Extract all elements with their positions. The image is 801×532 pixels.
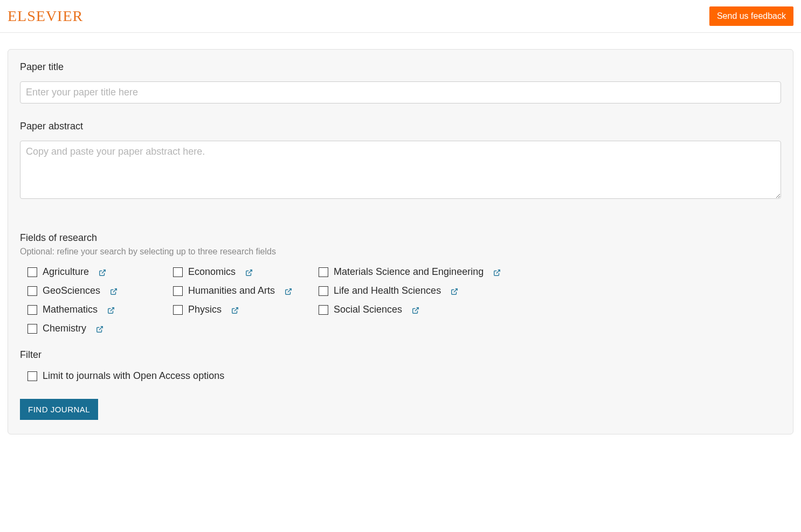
svg-line-8 xyxy=(415,307,418,310)
external-link-icon[interactable] xyxy=(110,288,118,295)
checkbox-life-health-sciences[interactable] xyxy=(319,286,328,296)
svg-line-5 xyxy=(454,288,457,292)
checkbox-social-sciences[interactable] xyxy=(319,305,328,315)
field-life-health-sciences: Life and Health Sciences xyxy=(319,285,781,296)
paper-title-input[interactable] xyxy=(20,81,781,103)
field-label-mathematics[interactable]: Mathematics xyxy=(43,304,98,315)
filter-open-access-label[interactable]: Limit to journals with Open Access optio… xyxy=(43,370,224,382)
external-link-icon[interactable] xyxy=(245,269,253,277)
elsevier-logo: ELSEVIER xyxy=(8,8,83,25)
svg-line-9 xyxy=(99,326,102,329)
checkbox-materials-science[interactable] xyxy=(319,267,328,277)
checkbox-humanities-arts[interactable] xyxy=(173,286,183,296)
field-label-life-health-sciences[interactable]: Life and Health Sciences xyxy=(334,285,441,296)
field-label-social-sciences[interactable]: Social Sciences xyxy=(334,304,402,315)
svg-line-3 xyxy=(113,288,116,292)
svg-line-2 xyxy=(496,270,500,273)
checkbox-chemistry[interactable] xyxy=(27,324,37,334)
field-label-materials-science[interactable]: Materials Science and Engineering xyxy=(334,266,484,278)
paper-title-label: Paper title xyxy=(20,61,781,73)
paper-abstract-label: Paper abstract xyxy=(20,121,781,132)
field-label-agriculture[interactable]: Agriculture xyxy=(43,266,89,278)
checkbox-agriculture[interactable] xyxy=(27,267,37,277)
checkbox-mathematics[interactable] xyxy=(27,305,37,315)
field-label-chemistry[interactable]: Chemistry xyxy=(43,323,86,334)
journal-finder-form: Paper title Paper abstract Fields of res… xyxy=(8,49,793,434)
field-materials-science: Materials Science and Engineering xyxy=(319,266,781,278)
svg-line-6 xyxy=(111,307,114,310)
field-label-humanities-arts[interactable]: Humanities and Arts xyxy=(188,285,275,296)
external-link-icon[interactable] xyxy=(412,307,419,314)
find-journal-button[interactable]: FIND JOURNAL xyxy=(20,399,98,420)
field-agriculture: Agriculture xyxy=(27,266,173,278)
field-label-geosciences[interactable]: GeoSciences xyxy=(43,285,100,296)
field-social-sciences: Social Sciences xyxy=(319,304,781,315)
filter-label: Filter xyxy=(20,349,781,361)
fields-of-research-hint: Optional: refine your search by selectin… xyxy=(20,247,781,257)
field-physics: Physics xyxy=(173,304,319,315)
fields-of-research-label: Fields of research xyxy=(20,232,781,244)
external-link-icon[interactable] xyxy=(285,288,292,295)
field-chemistry: Chemistry xyxy=(27,323,173,334)
field-geosciences: GeoSciences xyxy=(27,285,173,296)
external-link-icon[interactable] xyxy=(96,326,103,333)
external-link-icon[interactable] xyxy=(451,288,458,295)
external-link-icon[interactable] xyxy=(231,307,239,314)
field-label-physics[interactable]: Physics xyxy=(188,304,222,315)
filter-open-access: Limit to journals with Open Access optio… xyxy=(27,370,781,382)
checkbox-geosciences[interactable] xyxy=(27,286,37,296)
paper-abstract-textarea[interactable] xyxy=(20,141,781,199)
send-feedback-button[interactable]: Send us feedback xyxy=(709,6,793,26)
page-header: ELSEVIER Send us feedback xyxy=(0,0,801,33)
external-link-icon[interactable] xyxy=(107,307,115,314)
field-label-economics[interactable]: Economics xyxy=(188,266,236,278)
research-fields-grid: Agriculture Economics Materials Science … xyxy=(27,266,781,334)
filter-section: Filter Limit to journals with Open Acces… xyxy=(20,349,781,382)
svg-line-4 xyxy=(288,288,291,292)
svg-line-7 xyxy=(234,307,238,310)
field-humanities-arts: Humanities and Arts xyxy=(173,285,319,296)
checkbox-physics[interactable] xyxy=(173,305,183,315)
field-mathematics: Mathematics xyxy=(27,304,173,315)
svg-line-0 xyxy=(102,270,105,273)
field-economics: Economics xyxy=(173,266,319,278)
checkbox-economics[interactable] xyxy=(173,267,183,277)
checkbox-open-access[interactable] xyxy=(27,371,37,381)
svg-line-1 xyxy=(248,270,252,273)
external-link-icon[interactable] xyxy=(99,269,106,277)
external-link-icon[interactable] xyxy=(493,269,501,277)
